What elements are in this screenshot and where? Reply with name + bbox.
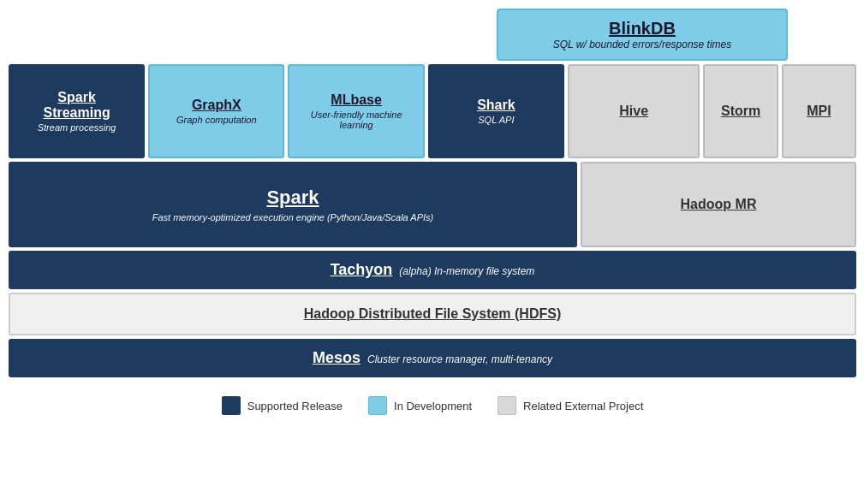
storm-cell: Storm [703, 64, 778, 158]
spark-subtitle: Fast memory-optimized execution engine (… [152, 212, 434, 222]
mlbase-subtitle: User-friendly machinelearning [311, 110, 402, 130]
mpi-cell: MPI [782, 64, 856, 158]
hdfs-row: Hadoop Distributed File System (HDFS) [9, 293, 856, 335]
mlbase-title: MLbase [331, 92, 382, 108]
spark-block: Spark Fast memory-optimized execution en… [9, 162, 577, 247]
legend-gray-box [498, 396, 516, 415]
middle-row: Spark Fast memory-optimized execution en… [9, 162, 856, 247]
legend-supported-label: Supported Release [247, 400, 343, 412]
blinkdb-title: BlinkDB [515, 19, 769, 39]
tachyon-subtitle: (alpha) In-memory file system [399, 265, 534, 277]
tachyon-title: Tachyon [331, 261, 393, 278]
legend-dark-box [222, 396, 241, 415]
hive-cell: Hive [568, 64, 700, 158]
legend-development: In Development [368, 396, 472, 415]
blinkdb-subtitle: SQL w/ bounded errors/response times [515, 39, 769, 50]
legend-development-label: In Development [394, 400, 472, 412]
top-row: SparkStreaming Stream processing GraphX … [9, 64, 856, 158]
hive-title: Hive [619, 104, 648, 119]
main-diagram: BlinkDB SQL w/ bounded errors/response t… [9, 9, 856, 422]
spark-streaming-subtitle: Stream processing [38, 122, 116, 133]
spark-streaming-cell: SparkStreaming Stream processing [9, 64, 145, 158]
graphx-subtitle: Graph computation [176, 115, 257, 125]
storm-title: Storm [721, 104, 760, 119]
shark-title: Shark [477, 98, 515, 113]
legend: Supported Release In Development Related… [9, 389, 856, 422]
hadoop-mr-title: Hadoop MR [681, 197, 757, 212]
mesos-title: Mesos [313, 349, 360, 366]
mesos-subtitle: Cluster resource manager, multi-tenancy [367, 353, 552, 365]
blinkdb-box: BlinkDB SQL w/ bounded errors/response t… [497, 9, 788, 61]
mpi-title: MPI [807, 104, 831, 119]
mesos-row: MesosCluster resource manager, multi-ten… [9, 339, 856, 377]
spark-streaming-title: SparkStreaming [43, 90, 110, 121]
hadoop-mr-cell: Hadoop MR [581, 162, 856, 247]
legend-external: Related External Project [498, 396, 643, 415]
hdfs-title: Hadoop Distributed File System (HDFS) [304, 306, 561, 321]
legend-teal-box [368, 396, 387, 415]
graphx-cell: GraphX Graph computation [148, 64, 284, 158]
shark-cell: Shark SQL API [428, 64, 564, 158]
spark-title: Spark [266, 187, 319, 209]
mlbase-cell: MLbase User-friendly machinelearning [288, 64, 424, 158]
legend-external-label: Related External Project [523, 400, 643, 412]
legend-supported: Supported Release [222, 396, 343, 415]
blinkdb-row: BlinkDB SQL w/ bounded errors/response t… [9, 9, 856, 61]
tachyon-row: Tachyon(alpha) In-memory file system [9, 251, 856, 289]
shark-subtitle: SQL API [478, 115, 514, 125]
graphx-title: GraphX [192, 98, 241, 113]
